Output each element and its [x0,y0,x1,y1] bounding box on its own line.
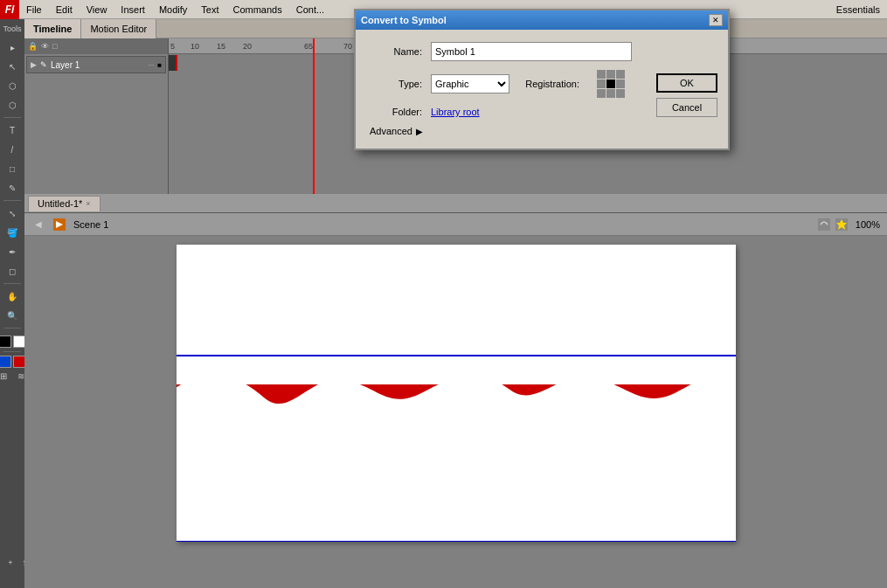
reg-dot-tc[interactable] [606,70,615,79]
reg-dot-bc[interactable] [606,89,615,98]
reg-dot-bl[interactable] [597,89,606,98]
registration-label: Registration: [509,79,588,89]
name-label: Name: [370,46,431,57]
dialog-body: OK Cancel Name: Type: Movie Clip Button … [356,30,728,149]
name-row: Name: [370,42,714,61]
dialog-title-bar[interactable]: Convert to Symbol ✕ [356,10,728,30]
reg-dot-tr[interactable] [616,70,625,79]
folder-link[interactable]: Library root [431,107,480,117]
advanced-label: Advanced [370,126,412,136]
reg-dot-tl[interactable] [597,70,606,79]
reg-dot-ml[interactable] [597,80,606,88]
dialog-title-text: Convert to Symbol [361,15,447,25]
dialog-overlay: Convert to Symbol ✕ OK Cancel Name: Type… [0,0,887,588]
dialog-buttons: OK Cancel [656,73,717,117]
advanced-arrow-icon: ▶ [416,127,423,136]
dialog-close-button[interactable]: ✕ [709,14,723,26]
reg-dot-mc[interactable] [606,80,615,88]
name-input[interactable] [431,42,632,61]
type-label: Type: [370,79,431,89]
convert-dialog: Convert to Symbol ✕ OK Cancel Name: Type… [354,9,730,150]
ok-button[interactable]: OK [656,73,717,93]
reg-dot-br[interactable] [616,89,625,98]
folder-label: Folder: [370,107,431,117]
registration-grid [597,70,625,98]
reg-dot-mr[interactable] [616,80,625,88]
cancel-button[interactable]: Cancel [656,98,717,117]
advanced-row[interactable]: Advanced ▶ [370,126,714,136]
type-select[interactable]: Movie Clip Button Graphic [431,74,509,93]
